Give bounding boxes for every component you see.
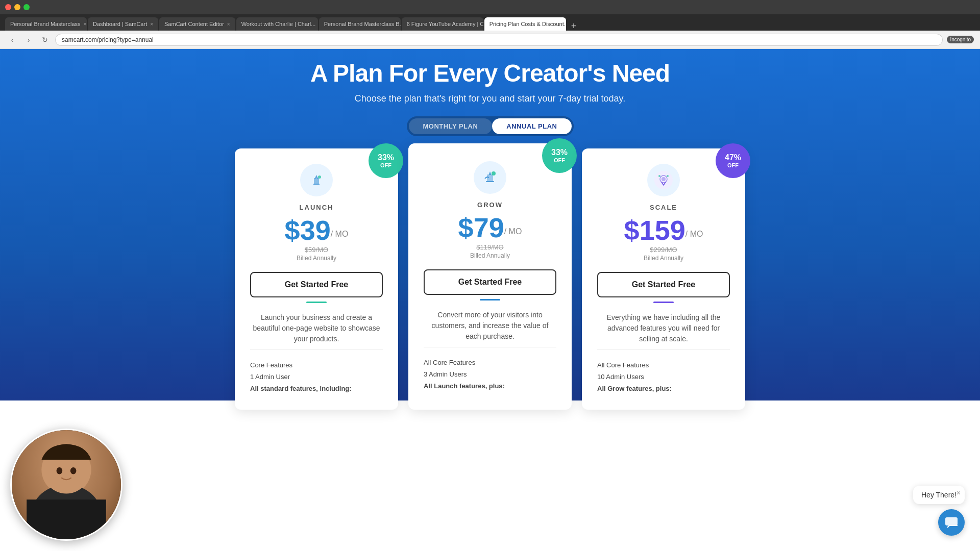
launch-plan-icon (300, 164, 333, 196)
incognito-badge: Incognito (947, 36, 974, 43)
maximize-window-button[interactable] (23, 4, 30, 10)
launch-accent (306, 302, 327, 303)
scale-price-period: / MO (685, 230, 703, 238)
url-text: samcart.com/pricing?type=annual (62, 36, 154, 43)
launch-discount-pct: 33% (378, 153, 394, 162)
launch-features-section: Core Features 1 Admin User All standard … (250, 349, 383, 394)
grow-discount-pct: 33% (551, 148, 568, 157)
grow-core-features: All Core Features (424, 357, 556, 368)
back-button[interactable]: ‹ (6, 34, 18, 46)
grow-features-plus: All Launch features, plus: (424, 380, 556, 392)
launch-features-plus: All standard features, including: (250, 383, 383, 394)
page-title: A Plan For Every Creator's Need (0, 49, 980, 87)
scale-plan-card: 47% OFF SCALE $159/ MO (582, 148, 745, 410)
launch-plan-card: 33% OFF LAUNCH $39/ MO $59/MO (235, 148, 398, 410)
svg-point-2 (318, 176, 321, 179)
plan-toggle: MONTHLY PLAN ANNUAL PLAN (407, 116, 574, 136)
svg-point-14 (57, 467, 63, 474)
tab-bar: Personal Brand Masterclass × Dashboard |… (0, 14, 980, 31)
scale-off-label: OFF (727, 162, 739, 168)
grow-admin-users: 3 Admin Users (424, 368, 556, 380)
url-bar[interactable]: samcart.com/pricing?type=annual (55, 34, 943, 46)
tab-samcart-editor[interactable]: SamCart Content Editor × (159, 17, 235, 31)
page-subtitle: Choose the plan that's right for you and… (0, 93, 980, 104)
scale-cta-button[interactable]: Get Started Free (597, 272, 730, 297)
svg-rect-16 (27, 499, 106, 539)
chat-greeting-text: Hey There! (921, 491, 957, 499)
presenter-avatar (10, 429, 122, 541)
tab-close-icon[interactable]: × (227, 21, 230, 27)
tab-pricing[interactable]: Pricing Plan Costs & Discount... × (484, 17, 566, 31)
launch-price: $39 (285, 215, 331, 245)
monthly-plan-toggle[interactable]: MONTHLY PLAN (409, 118, 493, 134)
pricing-cards-container: 33% OFF LAUNCH $39/ MO $59/MO (0, 148, 980, 410)
tab-label: Personal Brand Masterclass B... (324, 21, 401, 27)
reload-button[interactable]: ↻ (39, 34, 51, 46)
grow-description: Convert more of your visitors into custo… (424, 310, 556, 342)
address-actions: Incognito (947, 36, 974, 43)
tab-close-icon[interactable]: × (150, 21, 153, 27)
grow-off-label: OFF (554, 157, 565, 163)
avatar-face (12, 430, 121, 539)
grow-discount-badge: 33% OFF (542, 138, 577, 173)
page-wrapper: A Plan For Every Creator's Need Choose t… (0, 49, 980, 551)
launch-description: Launch your business and create a beauti… (250, 312, 383, 344)
tab-label: 6 Figure YouTube Academy | C... (407, 21, 483, 27)
scale-discount-pct: 47% (725, 153, 741, 162)
scale-price-wrapper: $159/ MO (597, 216, 730, 244)
grow-billing: Billed Annually (424, 252, 556, 259)
tab-dashboard-samcart[interactable]: Dashboard | SamCart × (88, 17, 158, 31)
scale-features-plus: All Grow features, plus: (597, 383, 730, 394)
grow-plan-card: 33% OFF GROW $79/ MO (408, 143, 572, 410)
svg-point-10 (667, 175, 669, 177)
grow-price-period: / MO (504, 227, 522, 236)
tab-label: Pricing Plan Costs & Discount... (489, 21, 566, 27)
launch-admin-users: 1 Admin User (250, 371, 383, 383)
tab-workout[interactable]: Workout with Charlie | Charl... × (236, 17, 318, 31)
browser-chrome (0, 0, 980, 14)
launch-cta-button[interactable]: Get Started Free (250, 272, 383, 297)
scale-admin-users: 10 Admin Users (597, 371, 730, 383)
tab-personal-brand-b[interactable]: Personal Brand Masterclass B... × (319, 17, 401, 31)
scale-billing: Billed Annually (597, 255, 730, 262)
scale-accent (653, 302, 674, 303)
svg-point-15 (70, 467, 77, 474)
launch-discount-badge: 33% OFF (369, 143, 403, 178)
chat-open-button[interactable] (938, 509, 965, 536)
svg-point-9 (658, 175, 660, 177)
svg-rect-4 (487, 174, 493, 182)
scale-original-price: $299/MO (597, 246, 730, 254)
chat-close-button[interactable]: × (957, 489, 961, 497)
svg-point-5 (492, 171, 496, 176)
grow-plan-name: GROW (424, 201, 556, 209)
scale-price: $159 (624, 215, 685, 245)
scale-plan-name: SCALE (597, 204, 730, 211)
grow-cta-button[interactable]: Get Started Free (424, 269, 556, 295)
launch-plan-name: LAUNCH (250, 204, 383, 211)
scale-features-section: All Core Features 10 Admin Users All Gro… (597, 349, 730, 394)
new-tab-button[interactable]: + (567, 21, 581, 31)
svg-rect-1 (314, 178, 319, 184)
launch-price-period: / MO (331, 230, 349, 238)
launch-off-label: OFF (380, 162, 391, 168)
tab-personal-brand-masterclass[interactable]: Personal Brand Masterclass × (5, 17, 87, 31)
tab-youtube-academy[interactable]: 6 Figure YouTube Academy | C... × (402, 17, 483, 31)
chat-greeting-bubble: Hey There! × (913, 486, 965, 504)
tab-label: Workout with Charlie | Charl... (241, 21, 316, 27)
svg-rect-17 (945, 517, 958, 525)
launch-price-wrapper: $39/ MO (250, 216, 383, 244)
close-window-button[interactable] (5, 4, 11, 10)
forward-button[interactable]: › (22, 34, 35, 46)
tab-label: Personal Brand Masterclass (10, 21, 81, 27)
grow-accent (480, 299, 500, 300)
annual-plan-toggle[interactable]: ANNUAL PLAN (492, 118, 571, 134)
address-bar: ‹ › ↻ samcart.com/pricing?type=annual In… (0, 31, 980, 49)
launch-core-features: Core Features (250, 359, 383, 371)
scale-core-features: All Core Features (597, 359, 730, 371)
tab-close-icon[interactable]: × (84, 21, 87, 27)
chat-widget: Hey There! × (913, 486, 965, 536)
scale-plan-icon (647, 164, 680, 196)
minimize-window-button[interactable] (14, 4, 20, 10)
grow-plan-icon (474, 161, 506, 194)
grow-price-wrapper: $79/ MO (424, 214, 556, 241)
